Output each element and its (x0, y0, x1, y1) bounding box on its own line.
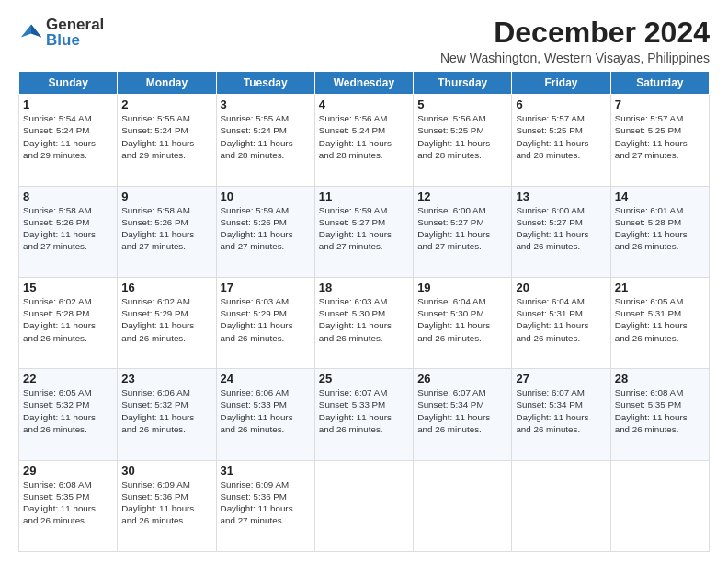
day-info: Sunrise: 6:08 AM Sunset: 5:35 PM Dayligh… (615, 386, 705, 435)
day-info: Sunrise: 6:00 AM Sunset: 5:27 PM Dayligh… (516, 204, 606, 253)
day-number: 24 (221, 372, 311, 385)
weekday-row: SundayMondayTuesdayWednesdayThursdayFrid… (19, 72, 710, 95)
calendar-cell (414, 460, 512, 551)
day-info: Sunrise: 6:05 AM Sunset: 5:31 PM Dayligh… (615, 295, 705, 344)
day-info: Sunrise: 6:03 AM Sunset: 5:30 PM Dayligh… (319, 295, 409, 344)
calendar-cell: 4Sunrise: 5:56 AM Sunset: 5:24 PM Daylig… (314, 95, 413, 186)
calendar-cell: 15Sunrise: 6:02 AM Sunset: 5:28 PM Dayli… (19, 277, 118, 368)
calendar-cell: 8Sunrise: 5:58 AM Sunset: 5:26 PM Daylig… (19, 186, 118, 277)
day-info: Sunrise: 5:55 AM Sunset: 5:24 PM Dayligh… (221, 112, 311, 161)
calendar-cell (610, 460, 709, 551)
day-info: Sunrise: 6:08 AM Sunset: 5:35 PM Dayligh… (23, 478, 113, 527)
weekday-header-sunday: Sunday (19, 72, 118, 95)
day-info: Sunrise: 5:54 AM Sunset: 5:24 PM Dayligh… (23, 112, 113, 161)
day-number: 7 (615, 98, 705, 111)
title-block: December 2024 New Washington, Western Vi… (440, 17, 710, 65)
day-info: Sunrise: 6:07 AM Sunset: 5:34 PM Dayligh… (417, 386, 507, 435)
calendar-cell: 12Sunrise: 6:00 AM Sunset: 5:27 PM Dayli… (414, 186, 512, 277)
calendar-cell: 30Sunrise: 6:09 AM Sunset: 5:36 PM Dayli… (118, 460, 216, 551)
day-info: Sunrise: 6:00 AM Sunset: 5:27 PM Dayligh… (417, 204, 507, 253)
day-info: Sunrise: 6:01 AM Sunset: 5:28 PM Dayligh… (615, 204, 705, 253)
calendar-cell: 3Sunrise: 5:55 AM Sunset: 5:24 PM Daylig… (216, 95, 314, 186)
logo: General Blue (18, 17, 104, 48)
day-number: 5 (417, 98, 507, 111)
calendar-week-2: 8Sunrise: 5:58 AM Sunset: 5:26 PM Daylig… (19, 186, 710, 277)
day-number: 23 (121, 372, 211, 385)
calendar-week-1: 1Sunrise: 5:54 AM Sunset: 5:24 PM Daylig… (19, 95, 710, 186)
day-info: Sunrise: 5:59 AM Sunset: 5:27 PM Dayligh… (319, 204, 409, 253)
calendar-cell (512, 460, 610, 551)
calendar-cell: 24Sunrise: 6:06 AM Sunset: 5:33 PM Dayli… (216, 369, 314, 460)
calendar-cell: 6Sunrise: 5:57 AM Sunset: 5:25 PM Daylig… (512, 95, 610, 186)
calendar-cell: 31Sunrise: 6:09 AM Sunset: 5:36 PM Dayli… (216, 460, 314, 551)
calendar-cell: 22Sunrise: 6:05 AM Sunset: 5:32 PM Dayli… (19, 369, 118, 460)
weekday-header-thursday: Thursday (414, 72, 512, 95)
day-number: 20 (516, 281, 606, 294)
page: General Blue December 2024 New Washingto… (0, 0, 728, 563)
day-info: Sunrise: 6:03 AM Sunset: 5:29 PM Dayligh… (221, 295, 311, 344)
day-info: Sunrise: 5:58 AM Sunset: 5:26 PM Dayligh… (121, 204, 211, 253)
calendar-table: SundayMondayTuesdayWednesdayThursdayFrid… (18, 71, 710, 552)
calendar-cell: 9Sunrise: 5:58 AM Sunset: 5:26 PM Daylig… (118, 186, 216, 277)
calendar-cell: 2Sunrise: 5:55 AM Sunset: 5:24 PM Daylig… (118, 95, 216, 186)
logo-text: General Blue (46, 17, 104, 48)
calendar-cell: 21Sunrise: 6:05 AM Sunset: 5:31 PM Dayli… (610, 277, 709, 368)
day-number: 25 (319, 372, 409, 385)
day-number: 1 (23, 98, 113, 111)
day-number: 2 (121, 98, 211, 111)
calendar-cell: 26Sunrise: 6:07 AM Sunset: 5:34 PM Dayli… (414, 369, 512, 460)
logo-icon (18, 19, 44, 45)
logo-general-text: General (46, 17, 104, 32)
day-number: 14 (615, 190, 705, 203)
day-number: 12 (417, 190, 507, 203)
day-number: 13 (516, 190, 606, 203)
calendar-cell: 25Sunrise: 6:07 AM Sunset: 5:33 PM Dayli… (314, 369, 413, 460)
day-info: Sunrise: 5:59 AM Sunset: 5:26 PM Dayligh… (221, 204, 311, 253)
day-number: 11 (319, 190, 409, 203)
day-info: Sunrise: 5:57 AM Sunset: 5:25 PM Dayligh… (516, 112, 606, 161)
weekday-header-saturday: Saturday (610, 72, 709, 95)
calendar-cell: 16Sunrise: 6:02 AM Sunset: 5:29 PM Dayli… (118, 277, 216, 368)
calendar-week-3: 15Sunrise: 6:02 AM Sunset: 5:28 PM Dayli… (19, 277, 710, 368)
day-number: 29 (23, 464, 113, 477)
day-info: Sunrise: 6:09 AM Sunset: 5:36 PM Dayligh… (221, 478, 311, 527)
day-number: 4 (319, 98, 409, 111)
calendar-cell: 11Sunrise: 5:59 AM Sunset: 5:27 PM Dayli… (314, 186, 413, 277)
weekday-header-wednesday: Wednesday (314, 72, 413, 95)
weekday-header-tuesday: Tuesday (216, 72, 314, 95)
day-number: 19 (417, 281, 507, 294)
calendar-cell: 14Sunrise: 6:01 AM Sunset: 5:28 PM Dayli… (610, 186, 709, 277)
day-number: 21 (615, 281, 705, 294)
calendar-cell: 23Sunrise: 6:06 AM Sunset: 5:32 PM Dayli… (118, 369, 216, 460)
day-info: Sunrise: 6:02 AM Sunset: 5:29 PM Dayligh… (121, 295, 211, 344)
day-number: 26 (417, 372, 507, 385)
calendar-cell: 7Sunrise: 5:57 AM Sunset: 5:25 PM Daylig… (610, 95, 709, 186)
weekday-header-friday: Friday (512, 72, 610, 95)
svg-marker-1 (31, 25, 41, 38)
calendar-cell: 29Sunrise: 6:08 AM Sunset: 5:35 PM Dayli… (19, 460, 118, 551)
calendar-cell: 18Sunrise: 6:03 AM Sunset: 5:30 PM Dayli… (314, 277, 413, 368)
subtitle: New Washington, Western Visayas, Philipp… (440, 51, 710, 65)
day-number: 28 (615, 372, 705, 385)
calendar-cell: 1Sunrise: 5:54 AM Sunset: 5:24 PM Daylig… (19, 95, 118, 186)
day-number: 16 (121, 281, 211, 294)
day-info: Sunrise: 6:09 AM Sunset: 5:36 PM Dayligh… (121, 478, 211, 527)
calendar-header: SundayMondayTuesdayWednesdayThursdayFrid… (19, 72, 710, 95)
calendar-cell: 13Sunrise: 6:00 AM Sunset: 5:27 PM Dayli… (512, 186, 610, 277)
day-info: Sunrise: 6:04 AM Sunset: 5:30 PM Dayligh… (417, 295, 507, 344)
day-number: 31 (221, 464, 311, 477)
day-info: Sunrise: 6:04 AM Sunset: 5:31 PM Dayligh… (516, 295, 606, 344)
day-number: 27 (516, 372, 606, 385)
day-number: 17 (221, 281, 311, 294)
main-title: December 2024 (440, 17, 710, 49)
day-info: Sunrise: 5:58 AM Sunset: 5:26 PM Dayligh… (23, 204, 113, 253)
calendar-week-5: 29Sunrise: 6:08 AM Sunset: 5:35 PM Dayli… (19, 460, 710, 551)
day-info: Sunrise: 6:07 AM Sunset: 5:34 PM Dayligh… (516, 386, 606, 435)
day-number: 22 (23, 372, 113, 385)
day-number: 30 (121, 464, 211, 477)
calendar-cell: 19Sunrise: 6:04 AM Sunset: 5:30 PM Dayli… (414, 277, 512, 368)
day-info: Sunrise: 6:07 AM Sunset: 5:33 PM Dayligh… (319, 386, 409, 435)
day-number: 9 (121, 190, 211, 203)
day-info: Sunrise: 6:02 AM Sunset: 5:28 PM Dayligh… (23, 295, 113, 344)
header: General Blue December 2024 New Washingto… (18, 17, 710, 65)
